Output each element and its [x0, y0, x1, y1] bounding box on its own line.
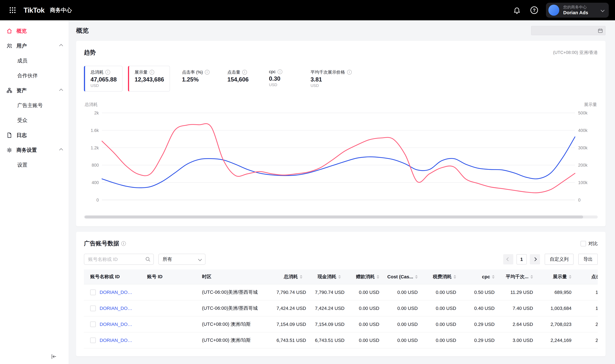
help-icon[interactable]: ?	[529, 5, 540, 16]
account-link[interactable]: DORIAN_DORIANADS-WW...	[100, 290, 134, 295]
metric-value: 0.30	[269, 75, 293, 82]
timezone-label: (UTC+08:00) 亚洲/香港	[553, 50, 598, 55]
col-total-spend[interactable]: 总消耗	[270, 269, 309, 284]
account-link[interactable]: DORIAN_DORIANADS-WW...	[100, 306, 134, 311]
compare-checkbox[interactable]	[581, 241, 586, 246]
cell: 0.00 USD	[424, 316, 462, 332]
sort-icon[interactable]	[415, 275, 418, 279]
metric-value: 154,606	[227, 76, 251, 83]
search-input[interactable]	[84, 254, 154, 265]
sidebar-item-advertiser-accounts[interactable]: 广告主账号	[0, 98, 69, 113]
metric-cpm[interactable]: 平均千次展示价格i 3.81 USD	[304, 66, 358, 91]
metric-unit	[135, 83, 164, 88]
col-clicks[interactable]: 点击量	[578, 269, 598, 284]
metric-unit: USD	[269, 83, 293, 87]
info-icon[interactable]: i	[242, 70, 247, 74]
col-cash-spend[interactable]: 现金消耗	[309, 269, 347, 284]
metric-total-spend[interactable]: 总消耗i 47,065.88 USD	[84, 66, 122, 91]
col-label: 赠款消耗	[356, 273, 375, 280]
apps-grid-icon[interactable]	[6, 4, 19, 16]
sidebar-label-settings: 设置	[17, 161, 27, 169]
cell: 0.00 USD	[386, 316, 424, 332]
sidebar-label-advertiser-accounts: 广告主账号	[17, 102, 43, 109]
sort-icon[interactable]	[530, 275, 533, 279]
question-mark-icon: ?	[530, 6, 538, 14]
sidebar-item-logs[interactable]: 日志	[0, 128, 69, 143]
sidebar-item-settings[interactable]: 设置	[0, 157, 69, 172]
filter-selected-value: 所有	[163, 256, 172, 262]
gear-icon	[6, 147, 13, 153]
sort-icon[interactable]	[492, 275, 495, 279]
tiktok-business-center: { "icons": { "info": "i", "help": "?" },…	[0, 0, 615, 364]
sidebar-item-users[interactable]: 用户	[0, 39, 69, 53]
info-icon[interactable]: i	[121, 241, 126, 246]
pagination-current-page[interactable]: 1	[517, 254, 527, 264]
cell: (UTC-06:00)美洲/墨西哥城	[196, 284, 270, 300]
sort-icon[interactable]	[300, 275, 302, 279]
scrollbar-thumb[interactable]	[85, 215, 583, 219]
row-checkbox[interactable]	[90, 290, 96, 295]
metric-unit: USD	[91, 83, 117, 88]
customize-columns-button[interactable]: 自定义列	[545, 254, 574, 265]
pagination-next-button[interactable]	[530, 254, 540, 264]
sidebar-item-partners[interactable]: 合作伙伴	[0, 68, 69, 83]
sidebar-label-assets: 资产	[16, 87, 27, 94]
sort-icon[interactable]	[569, 275, 571, 279]
col-cpm[interactable]: 平均千次...	[501, 269, 539, 284]
date-range-picker[interactable]	[531, 26, 605, 35]
account-filter-select[interactable]: 所有	[158, 254, 205, 265]
sort-icon[interactable]	[377, 275, 379, 279]
svg-text:400: 400	[92, 180, 99, 185]
account-link[interactable]: DORIAN_DORIANADS-WW...	[100, 322, 134, 327]
notifications-bell-icon[interactable]	[511, 5, 522, 16]
sidebar-item-members[interactable]: 成员	[0, 53, 69, 68]
sidebar-item-business-settings[interactable]: 商务设置	[0, 143, 69, 157]
metric-cpc[interactable]: cpci 0.30 USD	[262, 66, 298, 91]
row-checkbox[interactable]	[90, 322, 96, 327]
compare-toggle[interactable]: 对比	[581, 240, 598, 247]
account-type-label: 您的商务中心	[563, 5, 588, 10]
sidebar-label-audiences: 受众	[17, 117, 27, 124]
metric-ctr[interactable]: 点击率 (%)i 1.25%	[175, 66, 215, 91]
pagination-prev-button[interactable]	[503, 254, 513, 264]
info-icon[interactable]: i	[347, 70, 352, 74]
cell: 7.40 USD	[501, 300, 539, 316]
info-icon[interactable]: i	[278, 69, 282, 74]
svg-text:800: 800	[92, 163, 99, 168]
search-icon[interactable]	[145, 256, 151, 262]
col-impressions[interactable]: 展示量	[539, 269, 578, 284]
left-axis-title: 总消耗	[85, 102, 98, 107]
account-switcher[interactable]: 您的商务中心 Dorian Ads	[546, 3, 609, 18]
col-tax-spend[interactable]: 税费消耗	[424, 269, 462, 284]
col-label: 账号 ID	[147, 273, 162, 280]
cell: 2.64 USD	[501, 316, 539, 332]
export-button[interactable]: 导出	[578, 254, 598, 265]
col-label: Cost (Cas...	[387, 274, 413, 279]
info-icon[interactable]: i	[105, 70, 110, 74]
col-cpc[interactable]: cpc	[462, 269, 501, 284]
cell: 7,790.74 USD	[270, 284, 309, 300]
col-label: 点击量	[591, 273, 598, 280]
table-header-row: 账号名称或 ID 账号 ID 时区 总消耗 现金消耗 赠款消耗 Cost (Ca…	[84, 269, 598, 284]
sort-icon[interactable]	[454, 275, 456, 279]
page-title: 概览	[76, 26, 89, 35]
sidebar-collapse-icon[interactable]	[51, 353, 57, 361]
metric-clicks[interactable]: 点击量i 154,606	[221, 66, 257, 91]
sidebar-item-assets[interactable]: 资产	[0, 83, 69, 98]
info-icon[interactable]: i	[205, 70, 210, 74]
svg-text:200k: 200k	[578, 163, 588, 168]
ad-accounts-card: 广告账号数据i 对比 所有	[76, 232, 605, 356]
col-grant-spend[interactable]: 赠款消耗	[347, 269, 386, 284]
sidebar-item-overview[interactable]: 概览	[0, 24, 69, 39]
col-cost-cash[interactable]: Cost (Cas...	[386, 269, 424, 284]
chevron-down-icon	[198, 257, 202, 261]
row-checkbox[interactable]	[90, 306, 96, 311]
metric-impressions[interactable]: 展示量i 12,343,686	[128, 66, 170, 91]
sidebar-item-audiences[interactable]: 受众	[0, 113, 69, 128]
cell: 0.00 USD	[424, 300, 462, 316]
sort-icon[interactable]	[338, 275, 341, 279]
row-checkbox[interactable]	[90, 338, 96, 343]
account-link[interactable]: DORIAN_DORIANADS-CK-...	[100, 338, 134, 343]
info-icon[interactable]: i	[150, 70, 154, 74]
svg-text:300k: 300k	[578, 145, 588, 150]
